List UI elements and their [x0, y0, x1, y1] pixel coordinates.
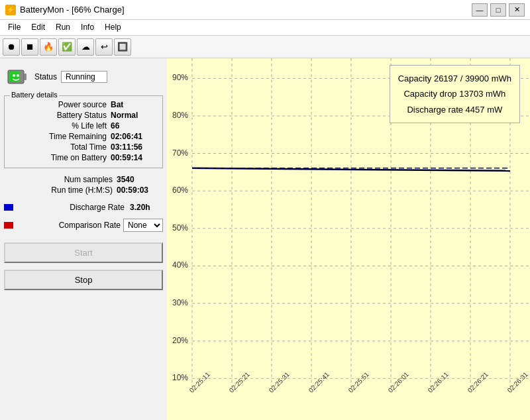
toolbar-btn-check[interactable]: ✅ — [58, 38, 76, 56]
time-remaining-value: 02:06:41 — [111, 132, 157, 141]
svg-text:70%: 70% — [172, 148, 188, 158]
run-time-label: Run time (H:M:S) — [4, 185, 113, 195]
maximize-button[interactable]: □ — [490, 3, 506, 17]
comparison-rate-row: Comparison Rate None 1h 2h 3h 4h 5h — [4, 219, 163, 232]
comparison-color-dot — [4, 222, 13, 229]
discharge-rate-row: Discharge Rate 3.20h — [4, 203, 163, 212]
svg-text:80%: 80% — [172, 111, 188, 120]
chart-area: 90% 80% 70% 60% 50% 40% 30% 20% 10% 02:2… — [167, 58, 530, 420]
time-remaining-label: Time Remaining — [10, 132, 107, 141]
toolbar: ⏺ ⏹ 🔥 ✅ ☁ ↩ 🔲 — [0, 36, 530, 58]
status-row: Status Running — [4, 62, 163, 91]
main-content: Status Running Battery details Power sou… — [0, 58, 530, 420]
life-left-label: % Life left — [10, 121, 107, 131]
title-bar: ⚡ BatteryMon - [66% Charge] — □ ✕ — [0, 0, 530, 20]
status-label: Status — [34, 72, 57, 81]
time-on-battery-value: 00:59:14 — [111, 153, 157, 162]
svg-text:40%: 40% — [172, 260, 188, 270]
time-remaining-row: Time Remaining 02:06:41 — [10, 132, 157, 141]
menu-file[interactable]: File — [3, 21, 26, 34]
menu-edit[interactable]: Edit — [26, 21, 50, 34]
status-value: Running — [61, 71, 107, 83]
total-time-row: Total Time 03:11:56 — [10, 142, 157, 152]
life-left-value: 66 — [111, 121, 157, 131]
run-time-value: 00:59:03 — [117, 185, 163, 195]
svg-rect-2 — [9, 72, 19, 82]
toolbar-btn-fire[interactable]: 🔥 — [40, 38, 57, 56]
toolbar-btn-grid[interactable]: 🔲 — [114, 38, 131, 56]
power-source-row: Power source Bat — [10, 100, 157, 109]
num-samples-row: Num samples 3540 — [4, 175, 163, 184]
discharge-rate-label: Discharge Rate — [16, 203, 125, 212]
num-samples-value: 3540 — [117, 175, 163, 184]
menu-help[interactable]: Help — [99, 21, 127, 34]
power-source-label: Power source — [10, 100, 107, 109]
battery-status-row: Battery Status Normal — [10, 111, 157, 120]
total-time-value: 03:11:56 — [111, 142, 157, 152]
stats-area: Num samples 3540 Run time (H:M:S) 00:59:… — [4, 172, 163, 199]
toolbar-btn-undo[interactable]: ↩ — [95, 38, 113, 56]
discharge-rate-value: 3.20h — [130, 203, 163, 212]
comparison-rate-select[interactable]: None 1h 2h 3h 4h 5h — [123, 219, 163, 232]
svg-point-4 — [17, 74, 19, 77]
battery-status-value: Normal — [111, 111, 157, 120]
svg-text:10%: 10% — [172, 373, 188, 382]
discharge-color-dot — [4, 204, 13, 211]
svg-text:60%: 60% — [172, 185, 188, 195]
total-time-label: Total Time — [10, 142, 107, 152]
num-samples-label: Num samples — [4, 175, 113, 184]
svg-text:90%: 90% — [172, 73, 188, 82]
tooltip-capacity: Capacity 26197 / 39900 mWh — [398, 71, 511, 86]
toolbar-btn-record[interactable]: ⏺ — [3, 38, 20, 56]
time-on-battery-row: Time on Battery 00:59:14 — [10, 153, 157, 162]
toolbar-btn-stop[interactable]: ⏹ — [21, 38, 38, 56]
app-icon: ⚡ — [5, 5, 16, 15]
start-button[interactable]: Start — [4, 242, 163, 263]
power-source-value: Bat — [111, 100, 157, 109]
close-button[interactable]: ✕ — [509, 3, 525, 17]
svg-text:50%: 50% — [172, 223, 188, 233]
minimize-button[interactable]: — — [472, 3, 488, 17]
stop-button[interactable]: Stop — [4, 270, 163, 290]
menu-run[interactable]: Run — [50, 21, 76, 34]
battery-details-group: Battery details Power source Bat Battery… — [4, 95, 163, 168]
title-bar-controls[interactable]: — □ ✕ — [472, 3, 525, 17]
toolbar-btn-cloud[interactable]: ☁ — [77, 38, 94, 56]
chart-tooltip: Capacity 26197 / 39900 mWh Capacity drop… — [390, 65, 520, 123]
run-time-row: Run time (H:M:S) 00:59:03 — [4, 185, 163, 195]
time-on-battery-label: Time on Battery — [10, 153, 107, 162]
window-title: BatteryMon - [66% Charge] — [20, 5, 125, 15]
menu-info[interactable]: Info — [76, 21, 99, 34]
group-title: Battery details — [10, 91, 59, 99]
battery-icon-area — [4, 64, 30, 90]
comparison-rate-label: Comparison Rate — [16, 221, 121, 230]
life-left-row: % Life left 66 — [10, 121, 157, 131]
tooltip-discharge-rate: Discharge rate 4457 mW — [398, 102, 511, 117]
menu-bar: File Edit Run Info Help — [0, 20, 530, 36]
battery-svg-icon — [5, 65, 29, 89]
svg-rect-1 — [24, 74, 26, 80]
left-panel: Status Running Battery details Power sou… — [0, 58, 167, 420]
battery-status-label: Battery Status — [10, 111, 107, 120]
svg-point-3 — [13, 74, 15, 77]
tooltip-capacity-drop: Capacity drop 13703 mWh — [398, 86, 511, 101]
svg-text:30%: 30% — [172, 298, 188, 307]
title-bar-left: ⚡ BatteryMon - [66% Charge] — [5, 5, 125, 15]
svg-text:20%: 20% — [172, 336, 188, 345]
